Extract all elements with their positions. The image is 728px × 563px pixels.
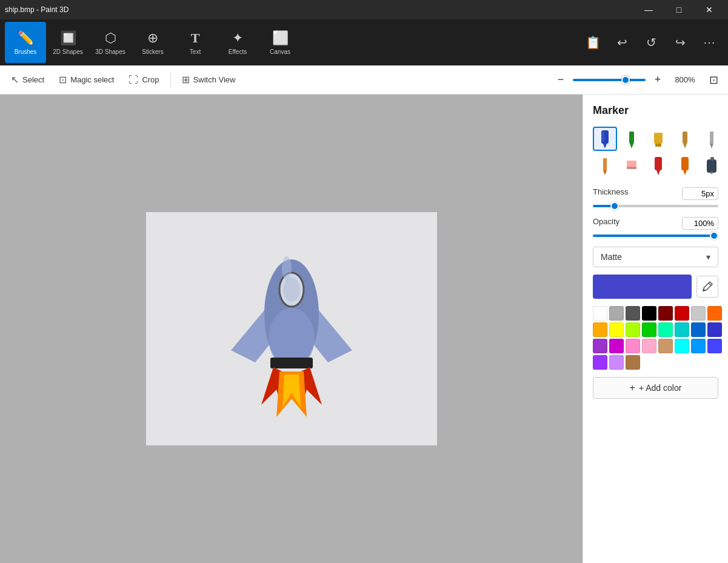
switch-view-button[interactable]: ⊞ Switch View xyxy=(176,72,242,88)
maximize-button[interactable]: □ xyxy=(665,0,693,19)
rocket-svg xyxy=(219,229,364,429)
stickers-icon: ⊕ xyxy=(147,30,158,46)
color-tan[interactable] xyxy=(658,339,673,353)
color-green[interactable] xyxy=(642,322,656,337)
color-yellow-green[interactable] xyxy=(626,322,640,337)
redo-button[interactable]: ↪ xyxy=(666,28,694,56)
zoom-level-display: 800% xyxy=(670,75,700,84)
color-magenta[interactable] xyxy=(609,339,624,353)
color-white[interactable] xyxy=(593,306,607,321)
crop-button[interactable]: ⛶ Crop xyxy=(122,72,165,88)
brush-pencil-orange[interactable] xyxy=(593,153,617,178)
thickness-slider[interactable] xyxy=(593,205,718,207)
zoom-slider[interactable] xyxy=(573,79,646,81)
tool-2d-shapes[interactable]: 🔲 2D Shapes xyxy=(47,22,88,63)
color-pink[interactable] xyxy=(626,339,640,353)
color-yellow[interactable] xyxy=(609,322,624,337)
more-button[interactable]: ⋯ xyxy=(695,28,723,56)
select-label: Select xyxy=(22,75,44,84)
thickness-label: Thickness xyxy=(593,187,629,196)
add-color-button[interactable]: + + Add color xyxy=(593,377,718,399)
brush-marker-red[interactable] xyxy=(646,153,670,178)
opacity-row: Opacity 100% xyxy=(593,217,718,230)
color-light-gray[interactable] xyxy=(609,306,624,321)
tool-canvas[interactable]: ⬜ Canvas xyxy=(259,22,301,63)
undo-button[interactable]: ↩ xyxy=(608,28,636,56)
color-light-purple[interactable] xyxy=(609,355,624,370)
color-dark-gray[interactable] xyxy=(626,306,640,321)
right-panel: Marker xyxy=(583,95,728,563)
color-light-pink[interactable] xyxy=(642,339,656,353)
brush-eraser[interactable] xyxy=(619,153,644,178)
svg-marker-19 xyxy=(710,144,713,148)
color-dark-red[interactable] xyxy=(658,306,673,321)
magic-select-label: Magic select xyxy=(70,75,114,84)
text-icon: T xyxy=(191,30,200,46)
color-blue[interactable] xyxy=(691,322,706,337)
svg-rect-24 xyxy=(655,157,662,170)
zoom-in-button[interactable]: + xyxy=(649,72,666,88)
opacity-label: Opacity xyxy=(593,217,619,226)
color-yellow-orange[interactable] xyxy=(593,322,607,337)
tool-3d-shapes[interactable]: ⬡ 3D Shapes xyxy=(90,22,131,63)
eyedropper-button[interactable] xyxy=(696,276,718,298)
brush-highlighter[interactable] xyxy=(646,127,670,151)
paste-button[interactable]: 📋 xyxy=(579,28,607,56)
svg-marker-17 xyxy=(683,144,687,148)
color-sky-blue[interactable] xyxy=(691,339,706,353)
tool-brushes[interactable]: ✏️ Brushes xyxy=(5,22,46,63)
text-label: Text xyxy=(190,48,201,55)
canvas-label: Canvas xyxy=(270,48,290,55)
title-bar: ship.bmp - Paint 3D — □ ✕ xyxy=(0,0,728,19)
color-dark-blue[interactable] xyxy=(707,322,722,337)
color-mint[interactable] xyxy=(658,322,673,337)
magic-select-button[interactable]: ⊡ Magic select xyxy=(53,72,120,88)
tool-stickers[interactable]: ⊕ Stickers xyxy=(132,22,173,63)
tool-effects[interactable]: ✦ Effects xyxy=(217,22,258,63)
svg-point-2 xyxy=(283,278,300,302)
svg-rect-14 xyxy=(654,133,663,144)
color-violet[interactable] xyxy=(593,355,607,370)
window-title: ship.bmp - Paint 3D xyxy=(5,5,68,14)
effects-icon: ✦ xyxy=(232,30,243,46)
tool-text[interactable]: T Text xyxy=(175,22,216,63)
main-toolbar: ✏️ Brushes 🔲 2D Shapes ⬡ 3D Shapes ⊕ Sti… xyxy=(0,19,728,65)
color-red[interactable] xyxy=(675,306,689,321)
brush-marker-orange[interactable] xyxy=(673,153,697,178)
brush-spray[interactable] xyxy=(700,153,724,178)
brush-calligraphy[interactable] xyxy=(673,127,697,151)
minimize-button[interactable]: — xyxy=(635,0,663,19)
color-palette xyxy=(593,306,718,370)
close-button[interactable]: ✕ xyxy=(695,0,723,19)
canvas-area[interactable] xyxy=(0,95,583,563)
color-cyan[interactable] xyxy=(675,339,689,353)
chevron-down-icon: ▾ xyxy=(706,252,710,262)
brush-pen-green[interactable] xyxy=(619,127,644,151)
history-button[interactable]: ↺ xyxy=(637,28,665,56)
select-button[interactable]: ↖ Select xyxy=(5,72,50,88)
add-color-label: + Add color xyxy=(639,383,681,393)
svg-marker-21 xyxy=(603,170,607,175)
2d-shapes-label: 2D Shapes xyxy=(53,48,82,55)
panel-title: Marker xyxy=(593,104,718,117)
color-orange[interactable] xyxy=(707,306,722,321)
color-teal[interactable] xyxy=(675,322,689,337)
crop-icon: ⛶ xyxy=(129,75,138,85)
thickness-input[interactable]: 5px xyxy=(682,187,718,200)
color-purple[interactable] xyxy=(593,339,607,353)
current-color-swatch[interactable] xyxy=(593,275,692,299)
brush-pencil-gray[interactable] xyxy=(700,127,724,151)
svg-point-6 xyxy=(282,256,292,281)
opacity-slider[interactable] xyxy=(593,235,718,237)
color-brown[interactable] xyxy=(626,355,640,370)
color-light-gray-2[interactable] xyxy=(691,306,706,321)
magic-select-icon: ⊡ xyxy=(59,74,67,85)
zoom-out-button[interactable]: − xyxy=(552,72,569,88)
finish-dropdown[interactable]: Matte ▾ xyxy=(593,247,718,267)
canvas-fit-button[interactable]: ⊡ xyxy=(704,70,723,90)
color-black[interactable] xyxy=(642,306,656,321)
brush-marker-blue[interactable] xyxy=(593,127,617,151)
select-icon: ↖ xyxy=(11,74,19,85)
color-indigo[interactable] xyxy=(707,339,722,353)
opacity-input[interactable]: 100% xyxy=(682,217,718,230)
